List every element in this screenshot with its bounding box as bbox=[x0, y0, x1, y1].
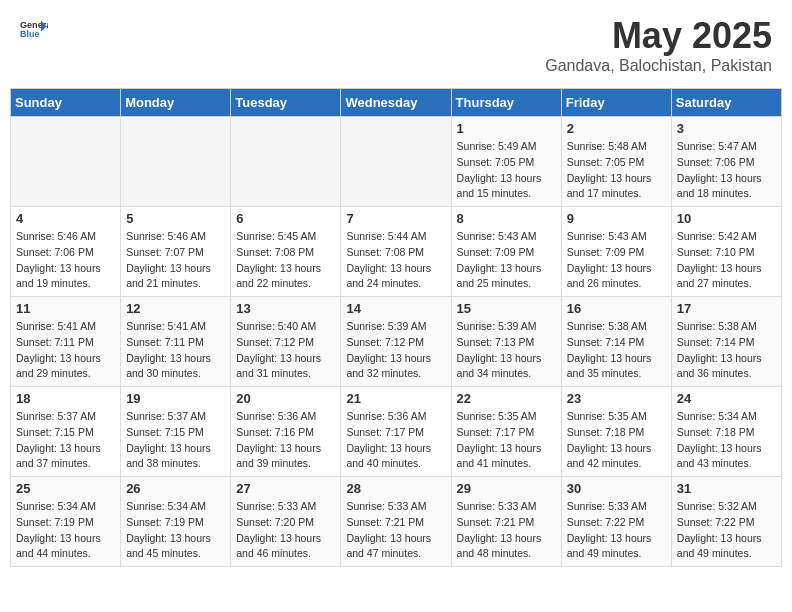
day-number: 17 bbox=[677, 301, 776, 316]
day-number: 29 bbox=[457, 481, 556, 496]
calendar-week-row: 11Sunrise: 5:41 AMSunset: 7:11 PMDayligh… bbox=[11, 297, 782, 387]
day-number: 31 bbox=[677, 481, 776, 496]
table-row bbox=[231, 117, 341, 207]
table-row: 11Sunrise: 5:41 AMSunset: 7:11 PMDayligh… bbox=[11, 297, 121, 387]
table-row: 10Sunrise: 5:42 AMSunset: 7:10 PMDayligh… bbox=[671, 207, 781, 297]
table-row: 17Sunrise: 5:38 AMSunset: 7:14 PMDayligh… bbox=[671, 297, 781, 387]
weekday-header-row: Sunday Monday Tuesday Wednesday Thursday… bbox=[11, 89, 782, 117]
header-tuesday: Tuesday bbox=[231, 89, 341, 117]
day-number: 9 bbox=[567, 211, 666, 226]
day-info: Sunrise: 5:43 AMSunset: 7:09 PMDaylight:… bbox=[567, 229, 666, 292]
logo-icon: General Blue bbox=[20, 15, 48, 43]
table-row: 3Sunrise: 5:47 AMSunset: 7:06 PMDaylight… bbox=[671, 117, 781, 207]
table-row: 5Sunrise: 5:46 AMSunset: 7:07 PMDaylight… bbox=[121, 207, 231, 297]
day-number: 19 bbox=[126, 391, 225, 406]
calendar-week-row: 18Sunrise: 5:37 AMSunset: 7:15 PMDayligh… bbox=[11, 387, 782, 477]
day-info: Sunrise: 5:47 AMSunset: 7:06 PMDaylight:… bbox=[677, 139, 776, 202]
day-number: 12 bbox=[126, 301, 225, 316]
day-number: 30 bbox=[567, 481, 666, 496]
day-info: Sunrise: 5:43 AMSunset: 7:09 PMDaylight:… bbox=[457, 229, 556, 292]
calendar-table: Sunday Monday Tuesday Wednesday Thursday… bbox=[10, 88, 782, 567]
table-row: 15Sunrise: 5:39 AMSunset: 7:13 PMDayligh… bbox=[451, 297, 561, 387]
location-title: Gandava, Balochistan, Pakistan bbox=[545, 57, 772, 75]
day-info: Sunrise: 5:33 AMSunset: 7:21 PMDaylight:… bbox=[457, 499, 556, 562]
logo: General Blue bbox=[20, 15, 48, 43]
day-info: Sunrise: 5:32 AMSunset: 7:22 PMDaylight:… bbox=[677, 499, 776, 562]
day-info: Sunrise: 5:39 AMSunset: 7:13 PMDaylight:… bbox=[457, 319, 556, 382]
header: General Blue May 2025 Gandava, Balochist… bbox=[10, 10, 782, 80]
calendar-week-row: 1Sunrise: 5:49 AMSunset: 7:05 PMDaylight… bbox=[11, 117, 782, 207]
day-info: Sunrise: 5:35 AMSunset: 7:17 PMDaylight:… bbox=[457, 409, 556, 472]
day-info: Sunrise: 5:44 AMSunset: 7:08 PMDaylight:… bbox=[346, 229, 445, 292]
table-row: 7Sunrise: 5:44 AMSunset: 7:08 PMDaylight… bbox=[341, 207, 451, 297]
day-number: 27 bbox=[236, 481, 335, 496]
table-row: 20Sunrise: 5:36 AMSunset: 7:16 PMDayligh… bbox=[231, 387, 341, 477]
table-row: 30Sunrise: 5:33 AMSunset: 7:22 PMDayligh… bbox=[561, 477, 671, 567]
day-number: 2 bbox=[567, 121, 666, 136]
day-info: Sunrise: 5:34 AMSunset: 7:18 PMDaylight:… bbox=[677, 409, 776, 472]
day-info: Sunrise: 5:49 AMSunset: 7:05 PMDaylight:… bbox=[457, 139, 556, 202]
table-row: 14Sunrise: 5:39 AMSunset: 7:12 PMDayligh… bbox=[341, 297, 451, 387]
day-info: Sunrise: 5:36 AMSunset: 7:16 PMDaylight:… bbox=[236, 409, 335, 472]
table-row: 26Sunrise: 5:34 AMSunset: 7:19 PMDayligh… bbox=[121, 477, 231, 567]
day-info: Sunrise: 5:48 AMSunset: 7:05 PMDaylight:… bbox=[567, 139, 666, 202]
table-row: 21Sunrise: 5:36 AMSunset: 7:17 PMDayligh… bbox=[341, 387, 451, 477]
day-number: 13 bbox=[236, 301, 335, 316]
table-row: 18Sunrise: 5:37 AMSunset: 7:15 PMDayligh… bbox=[11, 387, 121, 477]
table-row: 9Sunrise: 5:43 AMSunset: 7:09 PMDaylight… bbox=[561, 207, 671, 297]
day-info: Sunrise: 5:46 AMSunset: 7:06 PMDaylight:… bbox=[16, 229, 115, 292]
header-friday: Friday bbox=[561, 89, 671, 117]
day-number: 1 bbox=[457, 121, 556, 136]
day-number: 7 bbox=[346, 211, 445, 226]
table-row: 4Sunrise: 5:46 AMSunset: 7:06 PMDaylight… bbox=[11, 207, 121, 297]
title-area: May 2025 Gandava, Balochistan, Pakistan bbox=[545, 15, 772, 75]
day-number: 16 bbox=[567, 301, 666, 316]
day-info: Sunrise: 5:34 AMSunset: 7:19 PMDaylight:… bbox=[16, 499, 115, 562]
day-number: 4 bbox=[16, 211, 115, 226]
day-number: 22 bbox=[457, 391, 556, 406]
day-info: Sunrise: 5:37 AMSunset: 7:15 PMDaylight:… bbox=[126, 409, 225, 472]
day-info: Sunrise: 5:39 AMSunset: 7:12 PMDaylight:… bbox=[346, 319, 445, 382]
day-number: 25 bbox=[16, 481, 115, 496]
table-row: 29Sunrise: 5:33 AMSunset: 7:21 PMDayligh… bbox=[451, 477, 561, 567]
day-info: Sunrise: 5:33 AMSunset: 7:22 PMDaylight:… bbox=[567, 499, 666, 562]
day-info: Sunrise: 5:40 AMSunset: 7:12 PMDaylight:… bbox=[236, 319, 335, 382]
day-number: 14 bbox=[346, 301, 445, 316]
day-info: Sunrise: 5:41 AMSunset: 7:11 PMDaylight:… bbox=[16, 319, 115, 382]
svg-text:Blue: Blue bbox=[20, 29, 40, 39]
table-row bbox=[11, 117, 121, 207]
header-sunday: Sunday bbox=[11, 89, 121, 117]
header-saturday: Saturday bbox=[671, 89, 781, 117]
day-info: Sunrise: 5:38 AMSunset: 7:14 PMDaylight:… bbox=[567, 319, 666, 382]
day-number: 6 bbox=[236, 211, 335, 226]
day-number: 3 bbox=[677, 121, 776, 136]
table-row: 6Sunrise: 5:45 AMSunset: 7:08 PMDaylight… bbox=[231, 207, 341, 297]
table-row: 27Sunrise: 5:33 AMSunset: 7:20 PMDayligh… bbox=[231, 477, 341, 567]
day-info: Sunrise: 5:33 AMSunset: 7:20 PMDaylight:… bbox=[236, 499, 335, 562]
day-info: Sunrise: 5:45 AMSunset: 7:08 PMDaylight:… bbox=[236, 229, 335, 292]
table-row: 24Sunrise: 5:34 AMSunset: 7:18 PMDayligh… bbox=[671, 387, 781, 477]
day-number: 24 bbox=[677, 391, 776, 406]
day-number: 15 bbox=[457, 301, 556, 316]
day-number: 28 bbox=[346, 481, 445, 496]
day-info: Sunrise: 5:46 AMSunset: 7:07 PMDaylight:… bbox=[126, 229, 225, 292]
table-row: 2Sunrise: 5:48 AMSunset: 7:05 PMDaylight… bbox=[561, 117, 671, 207]
table-row: 19Sunrise: 5:37 AMSunset: 7:15 PMDayligh… bbox=[121, 387, 231, 477]
header-thursday: Thursday bbox=[451, 89, 561, 117]
day-info: Sunrise: 5:42 AMSunset: 7:10 PMDaylight:… bbox=[677, 229, 776, 292]
day-number: 21 bbox=[346, 391, 445, 406]
table-row: 13Sunrise: 5:40 AMSunset: 7:12 PMDayligh… bbox=[231, 297, 341, 387]
month-title: May 2025 bbox=[545, 15, 772, 57]
day-number: 8 bbox=[457, 211, 556, 226]
header-monday: Monday bbox=[121, 89, 231, 117]
table-row: 25Sunrise: 5:34 AMSunset: 7:19 PMDayligh… bbox=[11, 477, 121, 567]
header-wednesday: Wednesday bbox=[341, 89, 451, 117]
table-row: 22Sunrise: 5:35 AMSunset: 7:17 PMDayligh… bbox=[451, 387, 561, 477]
table-row: 28Sunrise: 5:33 AMSunset: 7:21 PMDayligh… bbox=[341, 477, 451, 567]
day-info: Sunrise: 5:37 AMSunset: 7:15 PMDaylight:… bbox=[16, 409, 115, 472]
day-number: 5 bbox=[126, 211, 225, 226]
table-row: 23Sunrise: 5:35 AMSunset: 7:18 PMDayligh… bbox=[561, 387, 671, 477]
table-row: 1Sunrise: 5:49 AMSunset: 7:05 PMDaylight… bbox=[451, 117, 561, 207]
calendar-week-row: 4Sunrise: 5:46 AMSunset: 7:06 PMDaylight… bbox=[11, 207, 782, 297]
day-info: Sunrise: 5:33 AMSunset: 7:21 PMDaylight:… bbox=[346, 499, 445, 562]
